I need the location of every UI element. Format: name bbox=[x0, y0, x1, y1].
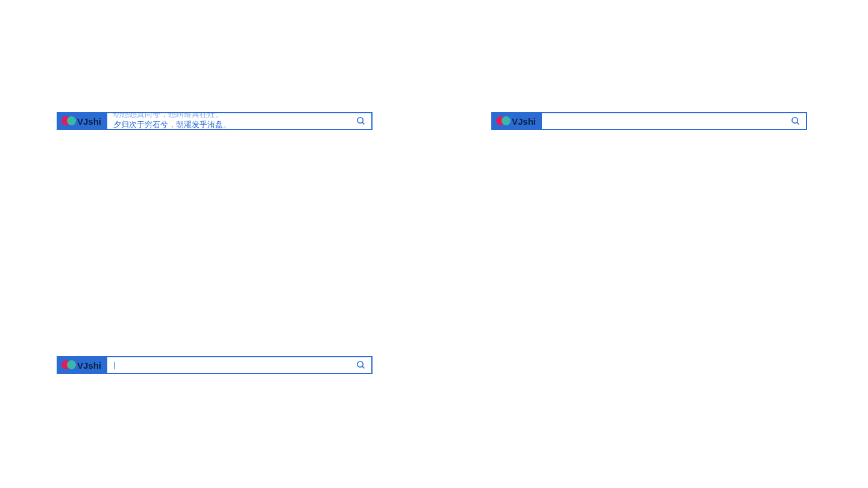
search-box[interactable]: | bbox=[107, 356, 373, 374]
speech-tail-icon bbox=[787, 129, 795, 130]
svg-line-1 bbox=[362, 122, 364, 124]
svg-line-5 bbox=[362, 366, 364, 368]
search-content: | bbox=[107, 357, 351, 373]
search-icon bbox=[791, 116, 800, 126]
logo-icon bbox=[61, 360, 76, 371]
svg-point-4 bbox=[357, 361, 363, 367]
search-box[interactable]: 幼怨怨真尚兮，怨纠耀具狂灶。 夕归次于穷石兮，朝濯发乎洧盘。 bbox=[107, 112, 373, 130]
speech-tail-icon bbox=[352, 129, 360, 130]
logo-box: VJshi bbox=[491, 112, 542, 130]
svg-point-0 bbox=[357, 117, 363, 123]
logo-text: VJshi bbox=[77, 360, 101, 371]
search-text-line-1: 幼怨怨真尚兮，怨纠耀具狂灶。 bbox=[113, 113, 345, 120]
search-button[interactable] bbox=[351, 357, 371, 373]
search-content: 幼怨怨真尚兮，怨纠耀具狂灶。 夕归次于穷石兮，朝濯发乎洧盘。 bbox=[107, 113, 351, 129]
logo-icon bbox=[496, 116, 511, 127]
search-text-line-2: 夕归次于穷石兮，朝濯发乎洧盘。 bbox=[113, 120, 345, 129]
speech-tail-icon bbox=[352, 373, 360, 374]
logo-icon bbox=[61, 116, 76, 127]
logo-text: VJshi bbox=[512, 116, 536, 127]
search-button[interactable] bbox=[785, 113, 806, 129]
text-cursor: | bbox=[113, 360, 345, 371]
logo-box: VJshi bbox=[57, 112, 107, 130]
search-box[interactable] bbox=[542, 112, 807, 130]
search-icon bbox=[356, 360, 366, 370]
search-widget-2: VJshi bbox=[491, 112, 807, 130]
logo-text: VJshi bbox=[77, 116, 101, 127]
search-widget-3: VJshi | bbox=[57, 356, 373, 374]
search-button[interactable] bbox=[351, 113, 371, 129]
logo-box: VJshi bbox=[57, 356, 107, 374]
search-icon bbox=[356, 116, 366, 126]
svg-point-2 bbox=[792, 117, 797, 123]
svg-line-3 bbox=[797, 122, 799, 124]
search-content bbox=[542, 113, 785, 129]
search-widget-1: VJshi 幼怨怨真尚兮，怨纠耀具狂灶。 夕归次于穷石兮，朝濯发乎洧盘。 bbox=[57, 112, 373, 130]
